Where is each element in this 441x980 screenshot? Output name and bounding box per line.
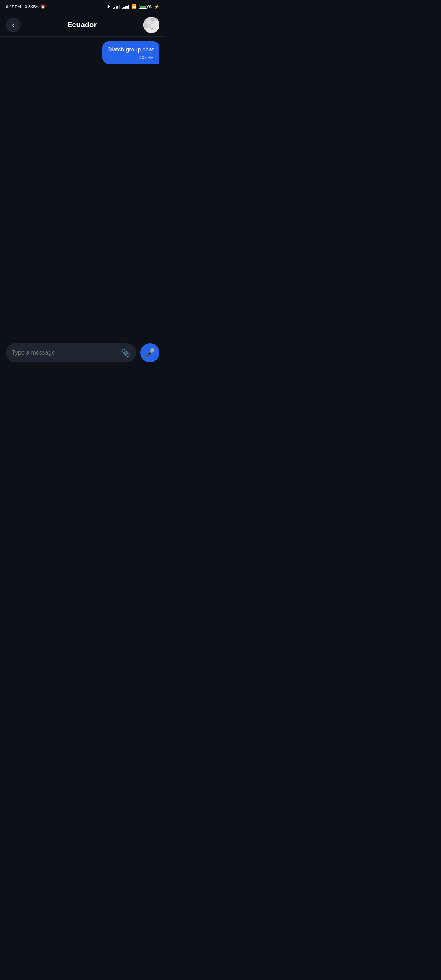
message-input[interactable]: [12, 350, 118, 356]
alarm-icon: ⏰: [40, 5, 46, 9]
attach-icon[interactable]: 📎: [121, 348, 130, 357]
svg-rect-7: [151, 21, 154, 24]
back-chevron-icon: ‹: [12, 22, 14, 28]
battery-box: [139, 5, 147, 9]
signal-bars-1: [113, 5, 120, 9]
message-input-container[interactable]: 📎: [6, 343, 136, 362]
message-bubble: Match group chat 6:27 PM: [102, 41, 159, 64]
status-right: ✱ 📶 93 ⚡: [107, 4, 159, 9]
battery-indicator: 93: [139, 5, 152, 9]
input-bar: 📎 🎤: [0, 338, 166, 368]
status-left: 6:27 PM | 0.3KB/s ⏰: [6, 5, 46, 9]
chat-title: Ecuador: [21, 21, 143, 29]
svg-rect-5: [144, 21, 147, 24]
message-text: Match group chat: [108, 46, 154, 54]
bluetooth-icon: ✱: [107, 4, 111, 9]
message-time: 6:27 PM: [108, 55, 154, 59]
charging-icon: ⚡: [154, 4, 159, 9]
avatar-image: 🗺: [143, 17, 159, 33]
mic-button[interactable]: 🎤: [140, 343, 159, 362]
svg-rect-6: [147, 21, 151, 24]
signal-bars-2: [122, 5, 129, 9]
back-button[interactable]: ‹: [6, 18, 21, 32]
battery-percent: 93: [148, 5, 152, 9]
time-label: 6:27 PM: [6, 5, 21, 9]
battery-fill: [140, 5, 145, 8]
data-speed: 0.3KB/s: [25, 5, 39, 9]
mic-icon: 🎤: [145, 348, 155, 358]
svg-rect-9: [147, 24, 151, 27]
svg-rect-4: [154, 18, 157, 21]
separator: |: [22, 5, 24, 9]
svg-rect-8: [144, 24, 147, 27]
svg-rect-3: [151, 18, 154, 21]
svg-rect-10: [151, 24, 154, 27]
chat-header: ‹ Ecuador 🗺: [0, 13, 166, 37]
svg-rect-2: [147, 18, 151, 21]
svg-text:🗺: 🗺: [150, 28, 153, 30]
status-bar: 6:27 PM | 0.3KB/s ⏰ ✱ 📶: [0, 0, 166, 13]
wifi-icon: 📶: [131, 4, 137, 9]
chat-messages: Match group chat 6:27 PM: [0, 37, 166, 338]
svg-rect-1: [144, 18, 147, 21]
group-avatar[interactable]: 🗺: [143, 17, 159, 33]
